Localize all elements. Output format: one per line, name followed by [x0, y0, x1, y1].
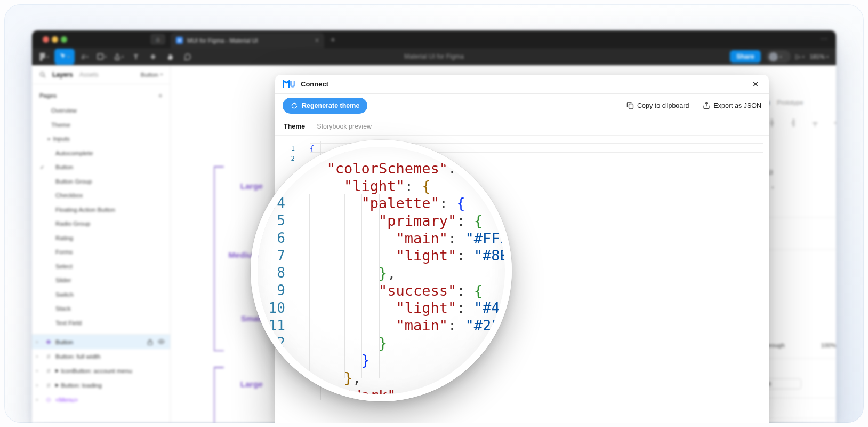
minimize-window-button[interactable] [52, 36, 58, 43]
page-label: Button Group [55, 178, 92, 185]
titlebar-overflow-icon[interactable]: ⋯ [821, 34, 829, 43]
page-label: Inputs [53, 136, 70, 142]
expand-caret-icon[interactable]: ▸ [48, 136, 51, 141]
zoom-level-control[interactable]: 181%▾ [810, 53, 829, 60]
code-token: { [456, 195, 465, 211]
chevron-down-icon: ▾ [67, 54, 69, 59]
align-right-icon[interactable]: ╢ [791, 119, 796, 126]
code-token: } [344, 369, 352, 386]
close-icon[interactable]: ✕ [750, 80, 761, 89]
code-token: "palette" [361, 195, 439, 211]
sidebar-page-floating-action-button[interactable]: Floating Action Button [32, 203, 170, 217]
page-selector[interactable]: Button▾ [141, 72, 163, 78]
align-top-icon[interactable]: ╤ [813, 119, 817, 126]
expand-chevron-icon[interactable]: ▸ [36, 397, 42, 402]
sidebar-page-rating[interactable]: Rating [32, 231, 170, 246]
play-icon: ▷ [796, 53, 801, 60]
code-line: 10"light": "#4CAF50", [258, 299, 505, 317]
present-button[interactable]: ▷▾ [796, 53, 805, 60]
layer-row-menu[interactable]: ▸◇<Menu> [32, 392, 170, 407]
modal-title: Connect [301, 80, 328, 88]
search-icon[interactable] [39, 72, 46, 78]
tab-prototype[interactable]: Prototype [777, 99, 803, 106]
share-button[interactable]: Share [730, 50, 760, 63]
magnified-code: 2"colorSchemes": {3"light": {4"palette":… [258, 160, 505, 394]
line-content: "colorSchemes": { [309, 160, 474, 177]
code-token: "primary" [379, 212, 456, 229]
code-token: { [422, 178, 430, 194]
sidebar-page-theme[interactable]: Theme [32, 118, 170, 132]
code-line: 8}, [258, 264, 505, 282]
sidebar-page-switch[interactable]: Switch [32, 288, 170, 302]
play-toggle-icon[interactable]: ▶ [55, 383, 59, 388]
expand-chevron-icon[interactable]: ▸ [36, 354, 42, 359]
page-label: Button [55, 164, 73, 170]
code-token: } [361, 352, 370, 368]
account-menu[interactable]: ▾ [766, 50, 791, 63]
sidebar-page-overview[interactable]: Overview [32, 104, 170, 118]
chevron-down-icon: ▾ [86, 54, 89, 59]
pen-tool-button[interactable]: ▾ [112, 49, 126, 64]
code-token: "light" [396, 299, 457, 316]
sidebar-page-autocomplete[interactable]: Autocomplete [32, 146, 170, 161]
shape-tool-button[interactable]: ▾ [95, 49, 109, 64]
sidebar-page-slider[interactable]: Slider [32, 273, 170, 288]
sidebar-page-text-field[interactable]: Text Field [32, 316, 170, 330]
maximize-window-button[interactable] [61, 36, 67, 43]
line-number: 10 [258, 300, 285, 316]
code-token: "colorSchemes" [327, 160, 448, 177]
code-token: } [379, 335, 387, 351]
expand-chevron-icon[interactable]: ▸ [36, 383, 42, 388]
regenerate-theme-button[interactable]: Regenerate theme [283, 98, 367, 114]
page-label: Rating [55, 235, 73, 241]
sidebar-page-button-group[interactable]: Button Group [32, 175, 170, 189]
align-h-center-icon[interactable]: ╫ [769, 119, 774, 126]
tab-theme[interactable]: Theme [284, 123, 305, 130]
sidebar-page-checkbox[interactable]: Checkbox [32, 188, 170, 203]
text-tool-button[interactable]: T [129, 49, 143, 64]
lock-icon[interactable] [147, 339, 153, 345]
tab-storybook-preview[interactable]: Storybook preview [317, 123, 372, 130]
layer-row-button-full-width[interactable]: ▸#Button: full width [32, 349, 170, 363]
layer-row-iconbutton-account-menu[interactable]: ▸#▶IconButton: account menu [32, 363, 170, 378]
mui-logo-icon [283, 80, 295, 89]
opacity-field[interactable]: 100% [821, 342, 836, 349]
expand-chevron-icon[interactable]: ▸ [36, 339, 42, 344]
export-as-json-button[interactable]: Export as JSON [703, 101, 761, 109]
copy-to-clipboard-button[interactable]: Copy to clipboard [626, 101, 689, 109]
main-menu-icon[interactable]: ▾ [37, 49, 51, 64]
code-token: : [448, 230, 465, 247]
sidebar-page-forms[interactable]: Forms [32, 245, 170, 259]
code-token: { [474, 282, 483, 299]
close-window-button[interactable] [43, 36, 49, 43]
tab-assets[interactable]: Assets [79, 71, 99, 78]
components-icon[interactable]: ❖ [146, 49, 160, 64]
play-toggle-icon[interactable]: ▶ [55, 368, 59, 373]
comment-tool-button[interactable] [180, 49, 194, 64]
expand-chevron-icon[interactable]: ▸ [36, 368, 42, 373]
line-content: }, [309, 265, 396, 281]
tab-layers[interactable]: Layers [52, 71, 73, 78]
code-token: "main" [396, 317, 448, 334]
frame-icon: # [45, 382, 52, 389]
frame-tool-button[interactable]: #▾ [78, 49, 92, 64]
file-tab[interactable]: ▰ MUI for Figma - Material UI × [171, 33, 324, 48]
close-tab-icon[interactable]: × [315, 37, 319, 44]
line-number: 9 [258, 282, 285, 298]
home-icon[interactable]: ⌂ [150, 34, 165, 45]
layer-row-button[interactable]: ▸❖Button [32, 335, 170, 349]
sidebar-page-select[interactable]: Select [32, 259, 170, 274]
line-content: "main": "#2E7D32" [309, 317, 505, 334]
sidebar-page-stack[interactable]: Stack [32, 302, 170, 316]
visibility-icon[interactable] [158, 339, 165, 345]
sidebar-page-button[interactable]: ✓Button [32, 160, 170, 175]
new-tab-button[interactable]: + [331, 35, 335, 44]
move-tool-button[interactable]: ▾ [54, 49, 75, 65]
hand-tool-button[interactable] [163, 49, 177, 64]
figma-toolbar: ▾ ▾ #▾ ▾ ▾ T ❖ [32, 48, 836, 65]
add-page-button[interactable]: + [158, 91, 163, 100]
sidebar-page-radio-group[interactable]: Radio Group [32, 217, 170, 231]
layer-row-button-loading[interactable]: ▸#▶Button: loading [32, 378, 170, 392]
sidebar-page-inputs[interactable]: ▸Inputs [32, 132, 170, 146]
align-v-center-icon[interactable]: ╪ [834, 119, 836, 126]
